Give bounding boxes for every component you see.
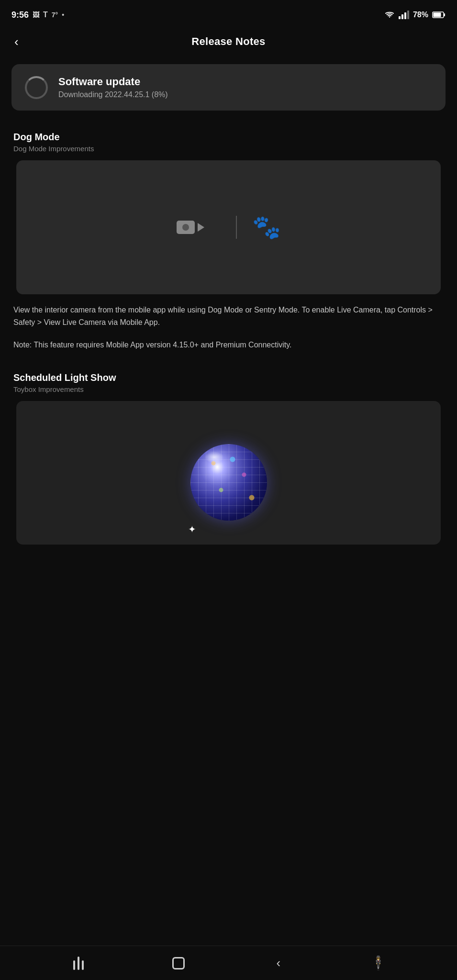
top-nav: ‹ Release Notes [0, 27, 457, 56]
photo-icon: 🖼 [33, 11, 39, 19]
nav-back-button[interactable]: ‹ [267, 951, 290, 975]
disco-shine [205, 451, 224, 463]
status-time: 9:56 [11, 10, 29, 20]
temperature: 7° [52, 11, 58, 19]
disco-tiles [190, 444, 267, 521]
dog-mode-image-box: 🐾 [16, 160, 441, 294]
dog-mode-icons: 🐾 [177, 214, 281, 241]
loading-spinner [25, 76, 48, 99]
svg-rect-1 [434, 13, 441, 17]
page-title: Release Notes [191, 35, 265, 48]
home-button[interactable] [167, 951, 190, 975]
back-button[interactable]: ‹ [14, 34, 19, 49]
camera-icon [177, 221, 221, 234]
dog-mode-note: Note: This feature requires Mobile App v… [0, 333, 457, 363]
tesla-icon: T [43, 11, 48, 19]
battery-icon [432, 11, 446, 18]
nav-back-icon: ‹ [277, 956, 281, 970]
dog-mode-subtitle: Dog Mode Improvements [13, 145, 444, 153]
status-right: 78% [384, 11, 446, 19]
accessibility-button[interactable]: 🕴 [367, 951, 390, 975]
recent-apps-icon [73, 957, 84, 970]
bottom-nav: ‹ 🕴 [0, 946, 457, 980]
battery-percentage: 78% [413, 11, 428, 19]
dot-indicator: • [62, 11, 64, 19]
accessibility-icon: 🕴 [370, 955, 387, 971]
disco-ball [190, 444, 267, 521]
disco-ball-container: ✦ [181, 439, 277, 545]
light-show-subtitle: Toybox Improvements [13, 385, 444, 393]
home-icon [172, 957, 185, 969]
recent-apps-button[interactable] [67, 951, 90, 975]
update-title: Software update [58, 76, 168, 88]
update-subtitle: Downloading 2022.44.25.1 (8%) [58, 90, 168, 99]
dog-mode-title: Dog Mode [13, 132, 444, 143]
software-update-card: Software update Downloading 2022.44.25.1… [11, 64, 446, 111]
disco-sparkle: ✦ [188, 523, 196, 535]
paw-icon: 🐾 [252, 214, 281, 241]
light-show-section: Scheduled Light Show Toybox Improvements… [0, 363, 457, 545]
dog-mode-section: Dog Mode Dog Mode Improvements 🐾 [0, 118, 457, 294]
update-text: Software update Downloading 2022.44.25.1… [58, 76, 168, 99]
light-show-image-box: ✦ [16, 401, 441, 545]
light-show-title: Scheduled Light Show [13, 372, 444, 383]
icon-divider [236, 216, 237, 239]
dog-mode-description: View the interior camera from the mobile… [0, 294, 457, 333]
status-left: 9:56 🖼 T 7° • [11, 10, 64, 20]
status-bar: 9:56 🖼 T 7° • 78% [0, 0, 457, 27]
signal-icon [399, 11, 409, 19]
svg-rect-2 [444, 13, 446, 16]
wifi-icon [384, 11, 395, 19]
